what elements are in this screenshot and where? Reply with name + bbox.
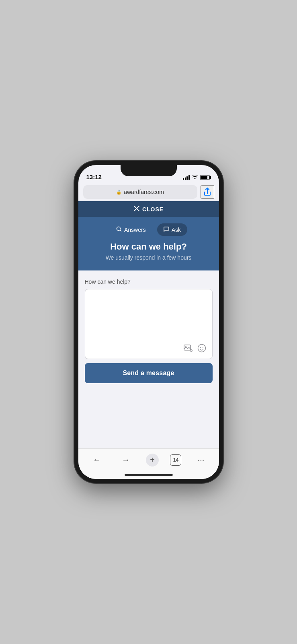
share-button[interactable] xyxy=(201,185,214,199)
tab-answers-label: Answers xyxy=(124,227,146,233)
url-bar[interactable]: 🔒 awardfares.com xyxy=(83,185,197,199)
add-image-button[interactable] xyxy=(183,343,193,355)
close-bar-label: CLOSE xyxy=(142,206,164,213)
new-tab-button[interactable]: + xyxy=(146,454,159,466)
home-bar xyxy=(125,474,173,476)
tab-ask[interactable]: Ask xyxy=(157,223,187,236)
browser-bar: 🔒 awardfares.com xyxy=(78,183,219,201)
tab-ask-label: Ask xyxy=(172,227,181,233)
status-time: 13:12 xyxy=(86,173,102,180)
lock-icon: 🔒 xyxy=(116,190,122,195)
send-message-button[interactable]: Send a message xyxy=(85,363,213,383)
forward-icon: → xyxy=(122,455,130,464)
home-indicator xyxy=(78,471,219,479)
more-button[interactable]: ··· xyxy=(193,452,209,468)
bottom-nav: ← → + 14 ··· xyxy=(78,448,219,471)
form-label: How can we help? xyxy=(85,279,213,285)
content-area: CLOSE Answers xyxy=(78,201,219,448)
close-bar-icon xyxy=(133,205,140,213)
message-textarea[interactable] xyxy=(89,293,208,342)
close-bar[interactable]: CLOSE xyxy=(78,201,219,217)
status-icons xyxy=(183,174,211,180)
more-icon: ··· xyxy=(198,455,205,464)
back-icon: ← xyxy=(93,455,101,464)
message-icon xyxy=(164,226,169,233)
header-subtitle: We usually respond in a few hours xyxy=(106,254,192,261)
search-icon xyxy=(116,226,122,233)
form-area: How can we help? xyxy=(78,270,219,448)
notch xyxy=(121,165,177,176)
svg-point-6 xyxy=(203,347,203,348)
signal-icon xyxy=(183,175,190,180)
message-input-container xyxy=(85,289,213,359)
input-icons xyxy=(89,342,208,355)
battery-icon xyxy=(200,175,211,180)
url-text: awardfares.com xyxy=(124,189,164,195)
emoji-button[interactable] xyxy=(197,343,207,355)
wifi-icon xyxy=(192,174,198,180)
tab-answers[interactable]: Answers xyxy=(110,223,152,236)
svg-point-5 xyxy=(200,347,201,348)
plus-icon: + xyxy=(150,455,155,464)
forward-button[interactable]: → xyxy=(117,452,135,468)
svg-rect-1 xyxy=(184,345,190,350)
tab-row: Answers Ask xyxy=(110,223,187,236)
screen: 13:12 xyxy=(78,165,219,479)
tab-count-button[interactable]: 14 xyxy=(170,454,181,466)
svg-point-4 xyxy=(198,345,205,352)
header-title: How can we help? xyxy=(110,242,187,252)
phone-frame: 13:12 xyxy=(74,161,223,483)
help-header: Answers Ask How can we help? We usually … xyxy=(78,217,219,270)
back-button[interactable]: ← xyxy=(88,452,106,468)
